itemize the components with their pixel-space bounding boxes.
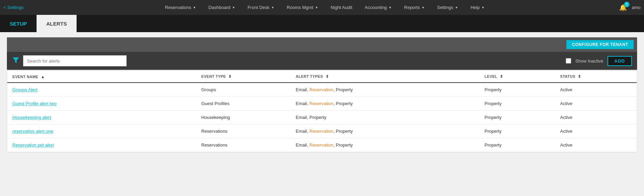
cell-event-name: Groups Alert [7,83,196,97]
col-event-type[interactable]: EVENT TYPE ⇕ [196,71,291,83]
main-content: CONFIGURE FOR TENANT Show Inactive ADD E… [0,32,644,158]
cell-event-name: reservation alert one [7,124,196,138]
table-row: Reservation pet alertReservationsEmail, … [7,138,637,152]
notifications-bell[interactable]: 🔔 5 [619,4,627,11]
filter-icon[interactable] [12,56,20,66]
nav-item-reservations[interactable]: Reservations ▼ [159,0,202,15]
event-name-link[interactable]: Groups Alert [12,87,37,92]
nav-item-dashboard[interactable]: Dashboard ▼ [202,0,241,15]
cell-level: Property [479,111,555,124]
alert-type-reservation: Reservation [309,101,333,106]
cell-status: Active [555,124,637,138]
svg-marker-0 [13,57,19,63]
configure-bar: CONFIGURE FOR TENANT [7,37,637,52]
col-level[interactable]: LEVEL ⇕ [479,71,555,83]
event-name-link[interactable]: Housekeeping alert [12,115,51,120]
cell-level: Property [479,124,555,138]
alerts-table: EVENT NAME ▲ EVENT TYPE ⇕ ALERT TYPES ⇕ … [7,71,637,152]
cell-alert-types: Email, Reservation, Property [290,138,479,152]
cell-event-name: Guest Profile alert two [7,97,196,111]
tab-alerts[interactable]: ALERTS [37,15,77,32]
table-row: Housekeeping alertHousekeepingEmail, Pro… [7,111,637,124]
table-row: Groups AlertGroupsEmail, Reservation, Pr… [7,83,637,97]
event-name-link[interactable]: Reservation pet alert [12,142,54,148]
cell-status: Active [555,97,637,111]
nav-right: 🔔 5 amo [619,4,641,11]
show-inactive-checkbox[interactable] [566,58,571,64]
cell-event-type: Guest Profiles [196,97,291,111]
nav-item-night-audit[interactable]: Night Audit [324,0,358,15]
table-row: reservation alert oneReservationsEmail, … [7,124,637,138]
cell-alert-types: Email, Reservation, Property [290,97,479,111]
cell-event-name: Housekeeping alert [7,111,196,124]
cell-event-type: Reservations [196,124,291,138]
table-header-row: EVENT NAME ▲ EVENT TYPE ⇕ ALERT TYPES ⇕ … [7,71,637,83]
top-navigation: < Settings Reservations ▼Dashboard ▼Fron… [0,0,644,15]
nav-item-rooms-mgmt[interactable]: Rooms Mgmt ▼ [280,0,324,15]
user-name: amo [632,5,641,10]
cell-alert-types: Email, Reservation, Property [290,83,479,97]
cell-level: Property [479,138,555,152]
col-alert-types[interactable]: ALERT TYPES ⇕ [290,71,479,83]
cell-event-name: Reservation pet alert [7,138,196,152]
col-status[interactable]: STATUS ⇕ [555,71,637,83]
table-header: EVENT NAME ▲ EVENT TYPE ⇕ ALERT TYPES ⇕ … [7,71,637,83]
tab-setup[interactable]: SETUP [0,15,37,32]
table-body: Groups AlertGroupsEmail, Reservation, Pr… [7,83,637,152]
cell-level: Property [479,97,555,111]
event-name-link[interactable]: Guest Profile alert two [12,101,57,106]
alerts-table-wrapper: EVENT NAME ▲ EVENT TYPE ⇕ ALERT TYPES ⇕ … [7,71,637,152]
settings-back-link[interactable]: < Settings [3,5,23,10]
show-inactive-label: Show Inactive [575,58,603,64]
alert-type-reservation: Reservation [309,87,333,92]
cell-event-type: Groups [196,83,291,97]
nav-item-reports[interactable]: Reports ▼ [398,0,431,15]
cell-event-type: Housekeeping [196,111,291,124]
cell-event-type: Reservations [196,138,291,152]
search-right: Show Inactive ADD [566,56,632,66]
cell-alert-types: Email, Property [290,111,479,124]
cell-status: Active [555,138,637,152]
nav-item-settings[interactable]: Settings ▼ [431,0,464,15]
notification-badge: 5 [624,2,630,7]
col-event-name[interactable]: EVENT NAME ▲ [7,71,196,83]
nav-items: Reservations ▼Dashboard ▼Front Desk ▼Roo… [30,0,619,15]
nav-item-help[interactable]: Help ▼ [464,0,491,15]
toolbar-container: CONFIGURE FOR TENANT Show Inactive ADD [7,37,637,70]
search-input[interactable] [23,55,127,66]
search-bar: Show Inactive ADD [7,52,637,70]
configure-tenant-button[interactable]: CONFIGURE FOR TENANT [566,40,634,49]
cell-status: Active [555,83,637,97]
cell-status: Active [555,111,637,124]
nav-item-front-desk[interactable]: Front Desk ▼ [241,0,281,15]
nav-item-accounting[interactable]: Accounting ▼ [358,0,398,15]
alert-type-reservation: Reservation [309,129,333,134]
cell-alert-types: Email, Reservation, Property [290,124,479,138]
event-name-link[interactable]: reservation alert one [12,129,53,134]
add-button[interactable]: ADD [607,56,632,66]
tabs-bar: SETUP ALERTS [0,15,644,32]
cell-level: Property [479,83,555,97]
alert-type-reservation: Reservation [309,142,333,148]
table-row: Guest Profile alert twoGuest ProfilesEma… [7,97,637,111]
